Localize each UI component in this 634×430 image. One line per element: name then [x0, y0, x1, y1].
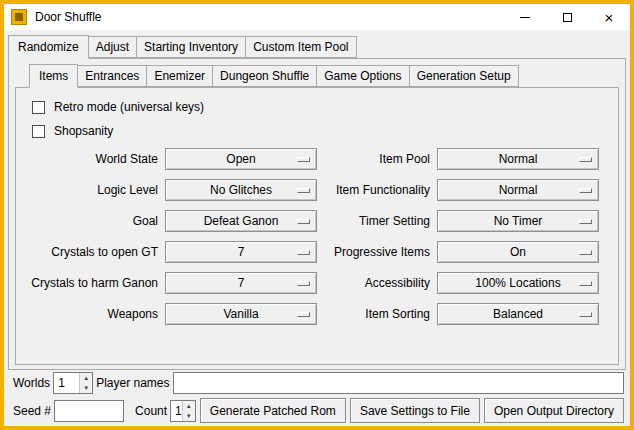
retro-mode-row: Retro mode (universal keys) [32, 100, 608, 114]
dropdown-indicator-icon [579, 188, 592, 193]
options-grid: World State Open Item Pool Normal Logic … [30, 148, 608, 325]
player-names-label: Player names [93, 376, 172, 390]
retro-mode-checkbox[interactable] [32, 101, 45, 114]
items-panel: Retro mode (universal keys) Shopsanity W… [15, 87, 619, 365]
dropdown-indicator-icon [297, 219, 310, 224]
crystals-gt-value: 7 [238, 245, 245, 259]
app-body: Randomize Adjust Starting Inventory Cust… [4, 30, 630, 426]
dropdown-indicator-icon [579, 281, 592, 286]
minimize-button[interactable] [504, 4, 546, 30]
accessibility-dropdown[interactable]: 100% Locations [437, 272, 599, 294]
seed-row: Seed # Count 1 ▲ ▼ Generate Patched Rom … [10, 398, 624, 423]
crystals-ganon-value: 7 [238, 276, 245, 290]
dropdown-indicator-icon [297, 250, 310, 255]
weapons-label: Weapons [30, 307, 158, 321]
worlds-row: Worlds 1 ▲ ▼ Player names [10, 370, 624, 395]
crystals-gt-dropdown[interactable]: 7 [165, 241, 317, 263]
count-value: 1 [171, 401, 182, 421]
goal-label: Goal [30, 214, 158, 228]
dropdown-indicator-icon [579, 250, 592, 255]
crystals-ganon-label: Crystals to harm Ganon [30, 276, 158, 290]
tab-custom-item-pool[interactable]: Custom Item Pool [245, 36, 356, 58]
sub-tab-bar: Items Entrances Enemizer Dungeon Shuffle… [29, 64, 619, 87]
logic-level-dropdown[interactable]: No Glitches [165, 179, 317, 201]
seed-label: Seed # [10, 404, 54, 418]
dropdown-indicator-icon [579, 312, 592, 317]
shopsanity-row: Shopsanity [32, 124, 608, 138]
count-spinner[interactable]: 1 ▲ ▼ [170, 400, 196, 422]
dropdown-indicator-icon [579, 157, 592, 162]
tab-starting-inventory[interactable]: Starting Inventory [136, 36, 246, 58]
world-state-dropdown[interactable]: Open [165, 148, 317, 170]
tab-enemizer[interactable]: Enemizer [146, 65, 213, 87]
randomize-panel: Items Entrances Enemizer Dungeon Shuffle… [8, 58, 626, 370]
progressive-items-value: On [510, 245, 526, 259]
progressive-items-dropdown[interactable]: On [437, 241, 599, 263]
progressive-items-label: Progressive Items [324, 245, 430, 259]
save-settings-button[interactable]: Save Settings to File [350, 398, 480, 423]
tab-randomize[interactable]: Randomize [8, 35, 89, 59]
count-spinner-arrows: ▲ ▼ [182, 401, 195, 421]
worlds-value: 1 [54, 373, 79, 393]
maximize-button[interactable] [546, 4, 588, 30]
weapons-dropdown[interactable]: Vanilla [165, 303, 317, 325]
close-icon: × [605, 10, 614, 25]
tab-entrances[interactable]: Entrances [77, 65, 147, 87]
world-state-value: Open [226, 152, 255, 166]
item-pool-label: Item Pool [324, 152, 430, 166]
crystals-ganon-dropdown[interactable]: 7 [165, 272, 317, 294]
bottom-controls: Worlds 1 ▲ ▼ Player names Seed # Count 1 [8, 370, 626, 425]
spin-down-icon[interactable]: ▼ [183, 411, 195, 421]
item-sorting-value: Balanced [493, 307, 543, 321]
close-button[interactable]: × [588, 4, 630, 30]
dropdown-indicator-icon [297, 312, 310, 317]
tab-items[interactable]: Items [29, 64, 78, 88]
tab-dungeon-shuffle[interactable]: Dungeon Shuffle [212, 65, 317, 87]
timer-setting-label: Timer Setting [324, 214, 430, 228]
crystals-gt-label: Crystals to open GT [30, 245, 158, 259]
timer-setting-dropdown[interactable]: No Timer [437, 210, 599, 232]
dropdown-indicator-icon [297, 157, 310, 162]
dropdown-indicator-icon [297, 188, 310, 193]
dropdown-indicator-icon [297, 281, 310, 286]
seed-input[interactable] [54, 400, 124, 422]
generate-patched-rom-button[interactable]: Generate Patched Rom [200, 398, 346, 423]
logic-level-label: Logic Level [30, 183, 158, 197]
spin-up-icon[interactable]: ▲ [183, 401, 195, 411]
goal-value: Defeat Ganon [204, 214, 279, 228]
item-sorting-label: Item Sorting [324, 307, 430, 321]
spin-up-icon[interactable]: ▲ [80, 373, 92, 383]
weapons-value: Vanilla [223, 307, 258, 321]
tab-generation-setup[interactable]: Generation Setup [409, 65, 519, 87]
shopsanity-label: Shopsanity [54, 124, 113, 138]
open-output-directory-button[interactable]: Open Output Directory [484, 398, 624, 423]
dropdown-indicator-icon [579, 219, 592, 224]
spin-down-icon[interactable]: ▼ [80, 383, 92, 393]
accessibility-label: Accessibility [324, 276, 430, 290]
timer-setting-value: No Timer [494, 214, 543, 228]
worlds-spinner-arrows: ▲ ▼ [79, 373, 92, 393]
worlds-label: Worlds [10, 376, 53, 390]
item-sorting-dropdown[interactable]: Balanced [437, 303, 599, 325]
window-title: Door Shuffle [35, 10, 102, 24]
tab-adjust[interactable]: Adjust [88, 36, 137, 58]
goal-dropdown[interactable]: Defeat Ganon [165, 210, 317, 232]
minimize-icon [520, 17, 530, 18]
logic-level-value: No Glitches [210, 183, 272, 197]
shopsanity-checkbox[interactable] [32, 125, 45, 138]
maximize-icon [563, 13, 572, 22]
titlebar: Door Shuffle × [4, 4, 630, 30]
item-functionality-dropdown[interactable]: Normal [437, 179, 599, 201]
count-label: Count [132, 404, 170, 418]
item-functionality-value: Normal [499, 183, 538, 197]
main-tab-bar: Randomize Adjust Starting Inventory Cust… [8, 35, 626, 58]
world-state-label: World State [30, 152, 158, 166]
player-names-input[interactable] [173, 372, 625, 394]
tab-game-options[interactable]: Game Options [316, 65, 409, 87]
retro-mode-label: Retro mode (universal keys) [54, 100, 204, 114]
item-functionality-label: Item Functionality [324, 183, 430, 197]
worlds-spinner[interactable]: 1 ▲ ▼ [53, 372, 93, 394]
item-pool-dropdown[interactable]: Normal [437, 148, 599, 170]
app-icon [11, 9, 27, 25]
window-controls: × [504, 4, 630, 30]
